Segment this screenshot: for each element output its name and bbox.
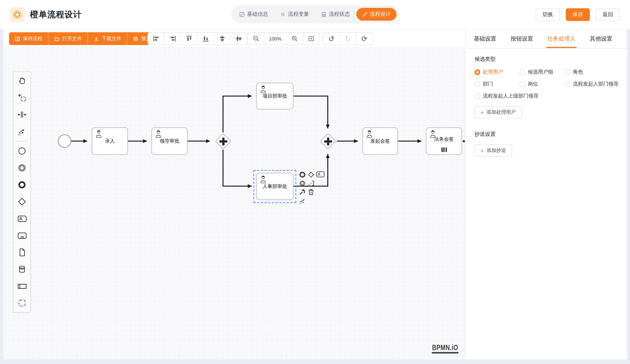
user-icon	[260, 175, 267, 184]
context-pad-append-intermediate-event[interactable]	[299, 180, 306, 187]
tab-process-design[interactable]: 流程设计	[356, 8, 396, 21]
app-logo	[10, 7, 25, 22]
save-button[interactable]: 保存	[566, 8, 590, 21]
context-pad-append-text-annotation[interactable]	[308, 180, 315, 187]
download-icon	[94, 36, 99, 41]
user-icon	[260, 85, 267, 93]
context-pad-append-gateway[interactable]	[308, 171, 314, 178]
align-center-vertical-button[interactable]	[230, 33, 247, 45]
panel-tabs: 基础设置 按钮设置 任务处理人 其他设置	[466, 29, 630, 48]
align-left-button[interactable]	[148, 33, 164, 45]
radio-post[interactable]: 岗位	[520, 81, 564, 87]
reset-icon: ⟳	[361, 35, 367, 42]
radio-candidate-user-group[interactable]: 候选用户组	[520, 69, 564, 75]
radio-handler-user[interactable]: 处理用户	[474, 69, 519, 75]
switch-button[interactable]: 切换	[536, 8, 560, 21]
properties-panel: 基础设置 按钮设置 任务处理人 其他设置 候选类型 处理用户 候选用户组 角色 …	[465, 29, 630, 360]
zoom-toolbar: 100%	[248, 32, 320, 45]
task-node-initiate-countersign[interactable]: 发起会签	[362, 127, 398, 155]
user-icon	[95, 130, 103, 138]
panel-body: 候选类型 处理用户 候选用户组 角色 部门 岗位 流程发起人部门领导 流程发起人…	[466, 48, 630, 164]
tab-process-variables[interactable]: 流程变量	[274, 8, 314, 21]
plus-icon: +	[480, 148, 484, 153]
align-center-horizontal-button[interactable]	[214, 33, 230, 45]
zoom-level: 100%	[264, 33, 286, 45]
align-right-button[interactable]	[164, 33, 180, 45]
add-cc-button[interactable]: + 添加抄送	[474, 144, 512, 156]
tab-basic-info[interactable]: 基础信息	[234, 8, 274, 21]
start-event-node[interactable]	[58, 134, 71, 148]
plus-marker	[218, 136, 228, 146]
align-top-button[interactable]	[180, 33, 197, 45]
align-toolbar	[148, 32, 247, 45]
radio-dot	[474, 93, 480, 99]
tab-process-status[interactable]: 流程状态	[316, 8, 356, 21]
radio-dot	[520, 69, 525, 75]
candidate-type-heading: 候选类型	[474, 56, 621, 63]
user-icon	[366, 130, 374, 138]
folder-icon	[54, 36, 60, 41]
radio-dot	[474, 81, 480, 87]
zoom-out-button[interactable]	[248, 33, 264, 45]
task-node-legal-countersign[interactable]: 法务会签	[426, 127, 462, 155]
file-toolbar: 保存流程 打开文件 下载文件 预览	[9, 32, 156, 45]
history-toolbar: ↺ ↻ ⟳	[323, 32, 373, 45]
flow-designer-app: 橙单流程设计 基础信息 流程变量 流程状态 流程设计 切换 保存 返回	[0, 0, 630, 364]
radio-initiator-dept-leader[interactable]: 流程发起人部门领导	[565, 81, 621, 87]
context-pad-settings-wrench[interactable]	[299, 188, 306, 196]
fit-viewport-button[interactable]	[302, 33, 319, 45]
parallel-multi-instance-marker	[441, 147, 446, 152]
task-node-project-dept-approval[interactable]: 项目部审批	[256, 82, 294, 110]
panel-scrollbar[interactable]	[627, 29, 630, 360]
header-actions: 切换 保存 返回	[536, 8, 620, 21]
align-bottom-button[interactable]	[197, 33, 214, 45]
zoom-in-button[interactable]	[286, 33, 302, 45]
plus-marker	[323, 136, 333, 146]
edit-square-icon	[15, 36, 20, 41]
tab-task-assignee[interactable]: 任务处理人	[548, 29, 576, 48]
context-pad-delete[interactable]	[308, 188, 314, 196]
sliders-icon	[280, 11, 286, 17]
redo-icon: ↻	[345, 35, 351, 42]
tab-other-settings[interactable]: 其他设置	[590, 29, 612, 48]
candidate-type-options: 处理用户 候选用户组 角色 部门 岗位 流程发起人部门领导 流程发起人上级部门领…	[474, 69, 621, 99]
radio-dot	[474, 69, 480, 75]
context-pad-connect-tool[interactable]	[299, 197, 307, 205]
radio-dot	[565, 81, 570, 87]
plus-icon: +	[480, 109, 484, 115]
eye-icon	[133, 36, 138, 41]
radio-role[interactable]: 角色	[565, 69, 621, 75]
status-doc-icon	[321, 11, 327, 17]
radio-initiator-upper-dept-leader[interactable]: 流程发起人上级部门领导	[474, 93, 621, 99]
page-title: 橙单流程设计	[30, 9, 82, 20]
user-icon	[429, 130, 437, 138]
tab-basic-settings[interactable]: 基础设置	[474, 29, 496, 48]
form-icon	[239, 11, 245, 17]
radio-dot	[565, 69, 570, 75]
tab-button-settings[interactable]: 按钮设置	[510, 29, 533, 48]
user-icon	[155, 130, 162, 138]
reset-zoom-button[interactable]: ⟳	[356, 33, 372, 45]
download-file-button[interactable]: 下载文件	[88, 32, 127, 45]
task-node-leader-approval[interactable]: 领导审批	[151, 127, 188, 155]
add-handler-user-button[interactable]: + 添加处理用户	[474, 106, 522, 118]
orange-citrus-icon	[12, 9, 22, 20]
radio-dot	[520, 81, 525, 87]
undo-icon: ↺	[328, 35, 334, 42]
app-header: 橙单流程设计 基础信息 流程变量 流程状态 流程设计 切换 保存 返回	[0, 0, 630, 29]
undo-button[interactable]: ↺	[323, 33, 340, 45]
cc-settings-heading: 抄送设置	[474, 131, 621, 138]
back-button[interactable]: 返回	[596, 8, 620, 21]
redo-button[interactable]: ↻	[340, 33, 356, 45]
context-pad-append-end-event[interactable]	[299, 171, 306, 178]
task-node-entry[interactable]: 录入	[92, 127, 128, 155]
radio-department[interactable]: 部门	[474, 81, 519, 87]
open-file-button[interactable]: 打开文件	[48, 32, 88, 45]
process-step-tabs: 基础信息 流程变量 流程状态 流程设计	[231, 5, 399, 23]
context-pad-append-user-task[interactable]	[316, 171, 325, 178]
clipped-sequence-flow-stub	[463, 140, 465, 142]
task-node-hr-dept-approval[interactable]: 人事部审批	[256, 173, 294, 200]
save-process-button[interactable]: 保存流程	[9, 32, 48, 45]
flow-icon	[362, 11, 368, 17]
